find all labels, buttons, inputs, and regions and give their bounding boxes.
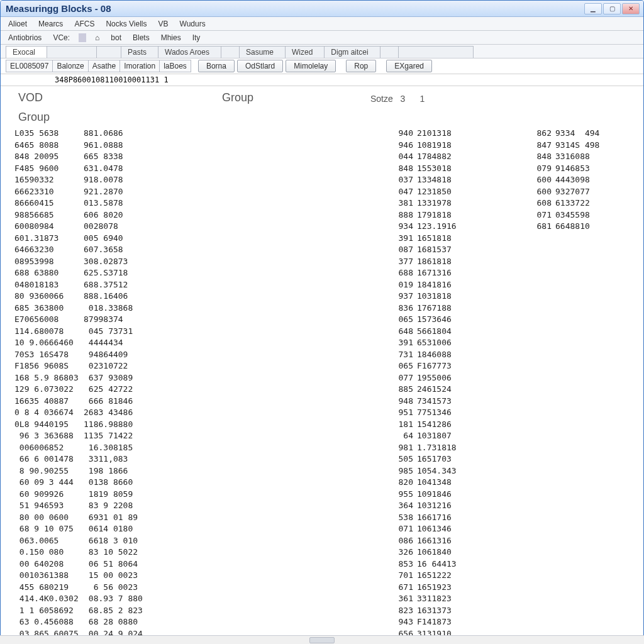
info-cell[interactable]: Asathe [88,60,120,72]
tab[interactable] [380,46,399,58]
tab[interactable]: Pasts [121,46,158,58]
toolbar-item[interactable]: bot [107,33,125,43]
data-column-2: 881.0686 961.0888 665 8338 631.0478 918.… [84,128,165,644]
action-button[interactable]: Borna [198,60,235,72]
info-cell[interactable]: Imoration [119,60,160,72]
toolbar-item[interactable]: Mhies [157,33,185,43]
menu-item[interactable]: Alioet [4,19,31,29]
toolbar-item[interactable]: Antiobrios [4,33,45,43]
column-header-group-2: Group [14,108,84,128]
column-header-vod: VOD [14,89,84,108]
action-button[interactable]: OdStlard [237,60,283,72]
toolbar-item[interactable]: VCe: [49,33,74,43]
tab-bar: Exocal Pasts Wados Aroes Sasume Wized Di… [1,45,643,58]
scrollbar-thumb[interactable] [309,637,335,643]
horizontal-scrollbar[interactable] [0,635,644,644]
tab[interactable] [47,46,97,58]
info-cell[interactable]: Balonze [52,60,88,72]
action-button[interactable]: EXgared [386,60,432,72]
tab[interactable]: Digm aitcei [324,46,380,58]
menu-item[interactable]: Wudurs [176,19,209,29]
window-maximize-button[interactable]: ▢ [603,3,621,14]
info-readout: 348P8600108110010001131 1 [55,75,169,84]
toolbar-separator [79,33,86,42]
column-header-sotze: Sotze 3 1 [367,89,499,108]
menubar: Alioet Mearcs AFCS Nocks Viells VB Wudur… [1,17,643,31]
tab[interactable]: Wados Aroes [158,46,221,58]
menu-item[interactable]: AFCS [70,19,98,29]
toolbar: Antiobrios VCe: ⌂ bot Blets Mhies Ity [1,31,643,45]
window-title: Measuringg Blocks - 08 [4,3,584,14]
tab[interactable] [96,46,121,58]
toolbar-item[interactable]: Ity [189,33,204,43]
menu-item[interactable]: Nocks Viells [102,19,150,29]
data-column-7: 9334 494 9314S 498 3316088 9146853 44430… [555,128,593,644]
data-column-6: 862 847 848 079 600 600 608 071 681 [499,128,555,644]
toolbar-home-icon[interactable]: ⌂ [91,33,103,43]
info-bar-2: 348P8600108110010001131 1 [1,74,643,86]
action-button[interactable]: Mimolelay [286,60,336,72]
tab[interactable]: Sasume [239,46,286,58]
menu-item[interactable]: Mearcs [35,19,67,29]
tab[interactable]: Exocal [6,46,47,58]
session-id-cell: EL0085097 [6,60,53,72]
toolbar-item[interactable]: Blets [129,33,153,43]
window-titlebar: Measuringg Blocks - 08 ▁ ▢ ✕ [1,1,643,17]
info-cell[interactable]: laBoes [159,60,191,72]
window-minimize-button[interactable]: ▁ [584,3,602,14]
window-close-button[interactable]: ✕ [622,3,640,14]
tab[interactable] [221,46,240,58]
tab[interactable] [398,46,474,58]
data-column-4: 940 946 044 848 037 047 381 888 934 391 … [367,128,417,644]
column-header-group: Group [165,89,272,108]
data-column-1: L035 5638 6465 8088 848 20095 F485 9600 … [14,128,84,644]
tab[interactable]: Wized [285,46,325,58]
info-bar: EL0085097 Balonze Asathe Imoration laBoe… [1,58,643,74]
menu-item[interactable]: VB [155,19,172,29]
action-button[interactable]: Rop [346,60,376,72]
data-column-5: 2101318 1081918 1784882 1553018 1334818 … [417,128,499,644]
